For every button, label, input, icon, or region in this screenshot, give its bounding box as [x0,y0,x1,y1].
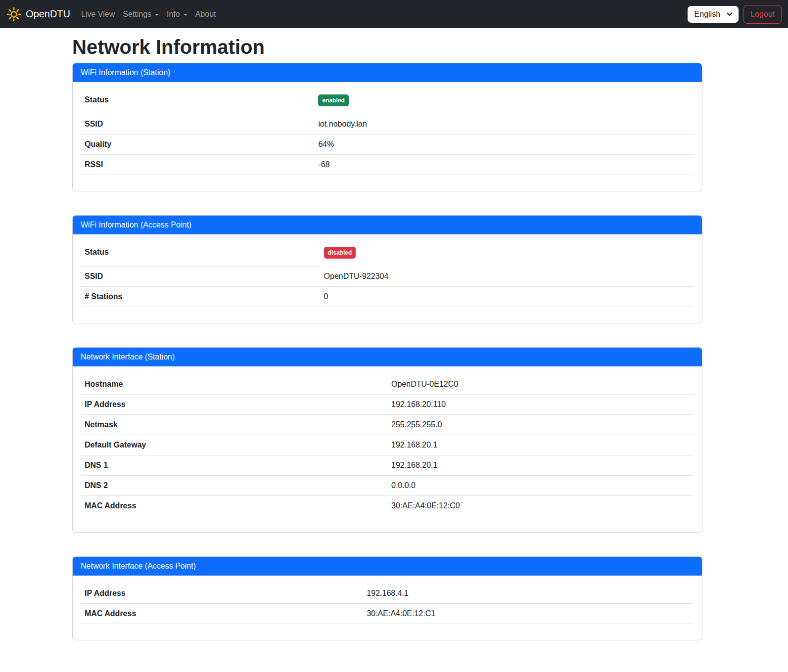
table-row: Statusenabled [81,90,694,114]
table-row: MAC Address30:AE:A4:0E:12:C0 [81,495,694,516]
chevron-down-icon [184,14,187,16]
chevron-down-icon [727,12,733,16]
main-content: Network Information WiFi Information (St… [72,35,702,640]
nav-menu: Live ViewSettingsInfoAbout [77,6,220,23]
status-badge: disabled [324,247,356,259]
row-value: 30:AE:A4:0E:12:C0 [387,495,694,516]
row-value: iot.nobody.lan [314,114,694,134]
table-row: Netmask255.255.255.0 [81,414,694,435]
info-table: HostnameOpenDTU-0E12C0IP Address192.168.… [81,374,694,516]
card-network-interface-access-point: Network Interface (Access Point)IP Addre… [72,556,702,640]
navbar: OpenDTU Live ViewSettingsInfoAbout Engli… [0,0,788,28]
row-label: RSSI [81,154,314,175]
row-label: MAC Address [81,495,387,516]
row-value: OpenDTU-922304 [320,266,694,286]
info-table: StatusdisabledSSIDOpenDTU-922304# Statio… [81,242,694,307]
row-value: 0 [320,286,694,307]
info-table: StatusenabledSSIDiot.nobody.lanQuality64… [81,90,694,175]
nav-item-label: About [195,10,216,19]
page-title: Network Information [72,35,702,59]
row-value: 192.168.20.1 [387,435,694,455]
row-value: -68 [314,154,694,175]
nav-item-label: Info [167,10,180,19]
table-row: Statusdisabled [81,242,694,266]
row-label: Netmask [81,414,387,435]
row-value: enabled [314,90,694,114]
row-value: 64% [314,134,694,154]
table-row: HostnameOpenDTU-0E12C0 [81,374,694,395]
navbar-left: OpenDTU Live ViewSettingsInfoAbout [6,6,220,23]
row-label: Status [81,242,320,266]
chevron-down-icon [155,14,159,16]
table-row: DNS 1192.168.20.1 [81,455,694,475]
row-label: Default Gateway [81,435,387,455]
row-label: MAC Address [81,603,363,624]
table-row: SSIDiot.nobody.lan [81,114,694,134]
card-header: WiFi Information (Station) [73,63,702,82]
card-header: Network Interface (Station) [73,348,702,366]
row-label: SSID [81,114,314,134]
table-row: Default Gateway192.168.20.1 [81,435,694,455]
table-row: MAC Address30:AE:A4:0E:12:C1 [81,603,694,624]
row-value: 0.0.0.0 [387,475,694,495]
card-network-interface-station: Network Interface (Station)HostnameOpenD… [72,347,702,533]
table-row: RSSI-68 [81,154,694,175]
card-body: HostnameOpenDTU-0E12C0IP Address192.168.… [73,366,702,532]
card-body: StatusenabledSSIDiot.nobody.lanQuality64… [73,82,702,191]
nav-item-about[interactable]: About [191,6,220,23]
row-value: 192.168.20.1 [387,455,694,475]
navbar-right: English Logout [688,5,782,24]
row-label: # Stations [81,286,320,307]
card-wifi-information-station: WiFi Information (Station)StatusenabledS… [72,63,702,191]
row-value: 192.168.20.110 [387,394,694,414]
nav-item-label: Settings [123,10,151,19]
nav-item-settings[interactable]: Settings [119,6,163,23]
language-select[interactable]: English [688,6,739,23]
card-body: StatusdisabledSSIDOpenDTU-922304# Statio… [73,234,702,323]
row-label: SSID [81,266,320,286]
table-row: Quality64% [81,134,694,154]
nav-item-label: Live View [81,10,115,19]
cards-container: WiFi Information (Station)StatusenabledS… [72,63,702,640]
row-label: Status [81,90,314,114]
nav-item-live-view[interactable]: Live View [77,6,119,23]
language-select-value: English [695,10,720,18]
row-value: disabled [320,242,694,266]
row-label: IP Address [81,583,363,604]
table-row: IP Address192.168.20.110 [81,394,694,414]
row-value: 192.168.4.1 [363,583,694,604]
row-value: OpenDTU-0E12C0 [387,374,694,395]
row-label: DNS 1 [81,455,387,475]
card-header: Network Interface (Access Point) [73,557,702,576]
row-label: Quality [81,134,314,154]
card-header: WiFi Information (Access Point) [73,216,702,234]
table-row: # Stations0 [81,286,694,307]
sun-icon [6,7,21,22]
logout-button[interactable]: Logout [743,5,782,24]
info-table: IP Address192.168.4.1MAC Address30:AE:A4… [81,583,694,624]
row-label: Hostname [81,374,387,395]
row-value: 30:AE:A4:0E:12:C1 [363,603,694,624]
row-label: IP Address [81,394,387,414]
row-label: DNS 2 [81,475,387,495]
table-row: SSIDOpenDTU-922304 [81,266,694,286]
brand-label: OpenDTU [26,8,70,20]
nav-item-info[interactable]: Info [163,6,191,23]
status-badge: enabled [318,94,348,106]
card-wifi-information-access-point: WiFi Information (Access Point)Statusdis… [72,215,702,323]
brand-link[interactable]: OpenDTU [6,7,70,22]
table-row: DNS 20.0.0.0 [81,475,694,495]
table-row: IP Address192.168.4.1 [81,583,694,604]
card-body: IP Address192.168.4.1MAC Address30:AE:A4… [73,576,702,640]
row-value: 255.255.255.0 [387,414,694,435]
